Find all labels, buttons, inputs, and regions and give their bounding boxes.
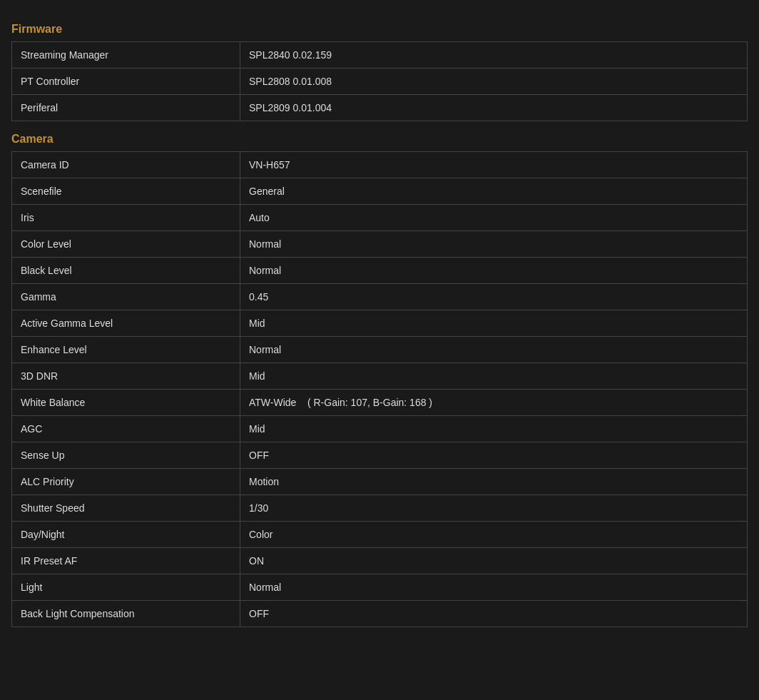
table-row: Light Normal [12,574,748,601]
row-label: Light [12,574,240,601]
firmware-title: Firmware [11,23,748,36]
row-label: Enhance Level [12,337,240,363]
row-value: ATW-Wide ( R-Gain: 107, B-Gain: 168 ) [240,390,748,416]
row-value: Mid [240,363,748,390]
row-label: Camera ID [12,152,240,178]
table-row: 3D DNR Mid [12,363,748,390]
row-label: Active Gamma Level [12,310,240,337]
row-value: VN-H657 [240,152,748,178]
row-label: Gamma [12,284,240,310]
row-value: Motion [240,469,748,495]
row-value: Mid [240,310,748,337]
row-label: Scenefile [12,178,240,205]
table-row: Back Light Compensation OFF [12,601,748,627]
row-label: Sense Up [12,442,240,469]
firmware-section: Firmware Streaming Manager SPL2840 0.02.… [11,23,748,121]
firmware-table: Streaming Manager SPL2840 0.02.159 PT Co… [11,41,748,121]
table-row: PT Controller SPL2808 0.01.008 [12,69,748,95]
row-label: ALC Priority [12,469,240,495]
table-row: ALC Priority Motion [12,469,748,495]
table-row: Iris Auto [12,205,748,231]
table-row: Periferal SPL2809 0.01.004 [12,95,748,121]
row-label: Color Level [12,231,240,258]
row-value: 0.45 [240,284,748,310]
table-row: Day/Night Color [12,522,748,548]
row-label: Black Level [12,258,240,284]
row-value: Normal [240,574,748,601]
row-value: Auto [240,205,748,231]
table-row: Gamma 0.45 [12,284,748,310]
table-row: IR Preset AF ON [12,548,748,574]
row-value: Normal [240,337,748,363]
row-label: White Balance [12,390,240,416]
row-label: Iris [12,205,240,231]
table-row: Scenefile General [12,178,748,205]
row-label: Shutter Speed [12,495,240,522]
camera-title: Camera [11,133,748,146]
row-label: IR Preset AF [12,548,240,574]
row-label: Back Light Compensation [12,601,240,627]
table-row: Enhance Level Normal [12,337,748,363]
row-value: ON [240,548,748,574]
table-row: Shutter Speed 1/30 [12,495,748,522]
camera-section: Camera Camera ID VN-H657 Scenefile Gener… [11,133,748,627]
row-value: SPL2840 0.02.159 [240,42,748,69]
row-label: Periferal [12,95,240,121]
row-value: OFF [240,442,748,469]
row-label: Day/Night [12,522,240,548]
row-value: Color [240,522,748,548]
table-row: AGC Mid [12,416,748,442]
camera-table: Camera ID VN-H657 Scenefile General Iris… [11,151,748,627]
row-label: AGC [12,416,240,442]
row-value: OFF [240,601,748,627]
row-value: SPL2808 0.01.008 [240,69,748,95]
row-value: 1/30 [240,495,748,522]
table-row: Camera ID VN-H657 [12,152,748,178]
table-row: White Balance ATW-Wide ( R-Gain: 107, B-… [12,390,748,416]
table-row: Black Level Normal [12,258,748,284]
row-value: Mid [240,416,748,442]
table-row: Streaming Manager SPL2840 0.02.159 [12,42,748,69]
row-label: Streaming Manager [12,42,240,69]
row-value: Normal [240,258,748,284]
row-value: Normal [240,231,748,258]
row-label: PT Controller [12,69,240,95]
table-row: Color Level Normal [12,231,748,258]
table-row: Active Gamma Level Mid [12,310,748,337]
row-value: General [240,178,748,205]
row-label: 3D DNR [12,363,240,390]
table-row: Sense Up OFF [12,442,748,469]
row-value: SPL2809 0.01.004 [240,95,748,121]
